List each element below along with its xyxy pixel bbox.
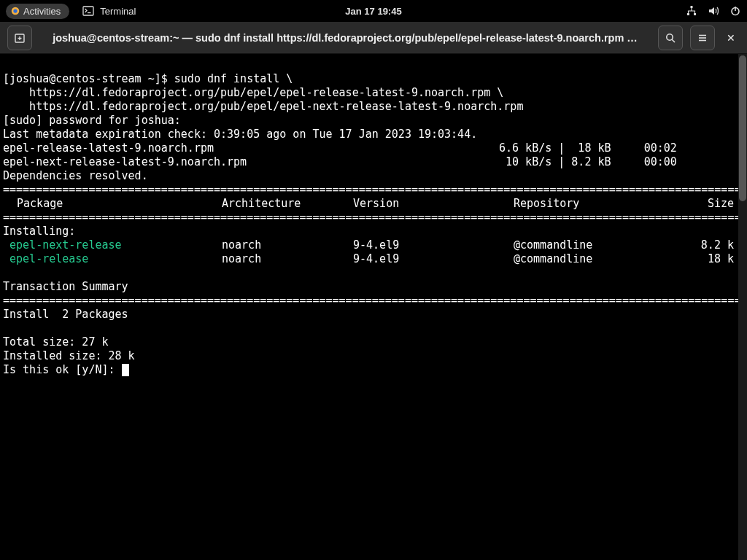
installed-size: Installed size: 28 k (3, 349, 135, 362)
command-line-2: https://dl.fedoraproject.org/pub/epel/ep… (3, 86, 503, 99)
deps-resolved: Dependencies resolved. (3, 169, 148, 182)
gnome-top-bar: Activities Terminal Jan 17 19:45 (0, 0, 747, 22)
svg-rect-2 (83, 7, 93, 15)
hamburger-icon (697, 32, 708, 44)
terminal-viewport[interactable]: [joshua@centos-stream ~]$ sudo dnf insta… (0, 54, 747, 560)
table-row: epel-releasenoarch9-4.el9@commandline18 … (3, 252, 744, 266)
sudo-prompt: [sudo] password for joshua: (3, 114, 187, 127)
app-menu[interactable]: Terminal (82, 5, 136, 17)
volume-icon (708, 5, 719, 17)
cursor (122, 364, 129, 376)
activities-label: Activities (23, 6, 61, 17)
install-count: Install 2 Packages (3, 308, 128, 321)
hamburger-menu-button[interactable] (690, 26, 715, 50)
search-icon (665, 32, 676, 44)
svg-point-12 (667, 34, 673, 39)
scrollbar[interactable] (738, 54, 747, 560)
window-title: joshua@centos-stream:~ — sudo dnf instal… (39, 32, 651, 44)
svg-rect-6 (694, 13, 696, 15)
prompt: [joshua@centos-stream ~]$ (3, 72, 174, 85)
table-header: PackageArchitectureVersionRepositorySize (3, 197, 744, 211)
confirm-prompt: Is this ok [y/N]: (3, 363, 122, 376)
network-icon (686, 5, 697, 17)
new-tab-button[interactable] (7, 26, 32, 50)
close-icon: ✕ (727, 32, 735, 44)
rule: ========================================… (3, 183, 747, 196)
command-line-1: sudo dnf install \ (174, 72, 293, 85)
activities-icon (10, 6, 20, 16)
download-row: epel-release-latest-9.noarch.rpm6.6 kB/s… (3, 141, 744, 155)
svg-line-13 (672, 39, 675, 42)
download-row: epel-next-release-latest-9.noarch.rpm 10… (3, 155, 744, 169)
system-status-area[interactable] (686, 5, 741, 17)
close-button[interactable]: ✕ (722, 32, 740, 44)
metadata-line: Last metadata expiration check: 0:39:05 … (3, 128, 477, 141)
table-row: epel-next-releasenoarch9-4.el9@commandli… (3, 238, 744, 252)
installing-label: Installing: (3, 225, 75, 238)
rule: ========================================… (3, 294, 747, 307)
app-menu-label: Terminal (100, 6, 136, 17)
window-titlebar: joshua@centos-stream:~ — sudo dnf instal… (0, 22, 747, 54)
total-size: Total size: 27 k (3, 335, 109, 349)
rule: ========================================… (3, 211, 747, 224)
activities-button[interactable]: Activities (6, 4, 69, 19)
svg-rect-4 (691, 6, 693, 8)
transaction-summary: Transaction Summary (3, 280, 128, 293)
search-button[interactable] (658, 26, 683, 50)
svg-rect-5 (687, 13, 689, 15)
scrollbar-thumb[interactable] (739, 55, 746, 201)
clock[interactable]: Jan 17 19:45 (345, 6, 401, 17)
power-icon (729, 5, 741, 17)
new-tab-icon (14, 32, 26, 44)
terminal-app-icon (82, 5, 94, 17)
svg-point-1 (13, 9, 17, 12)
command-line-3: https://dl.fedoraproject.org/pub/epel/ep… (3, 100, 523, 113)
